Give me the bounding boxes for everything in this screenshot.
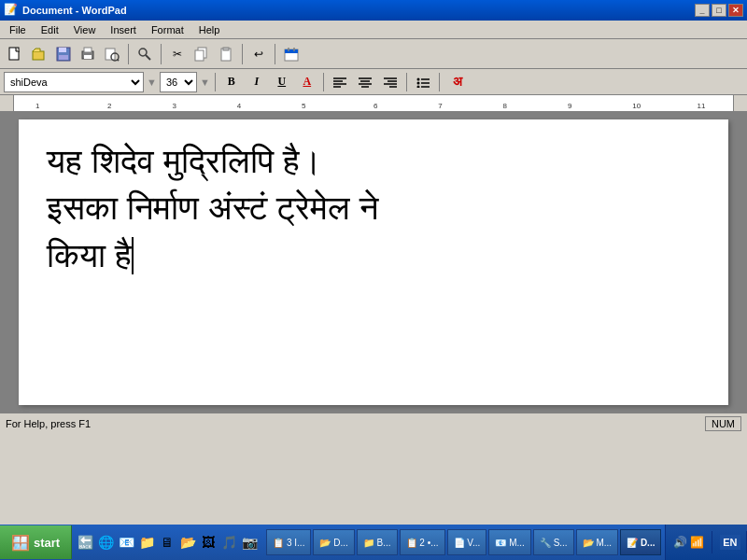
align-right-button[interactable] <box>379 72 402 92</box>
font-dropdown-icon: ▼ <box>147 77 157 88</box>
copy-button[interactable] <box>190 43 213 65</box>
app-icon: 📝 <box>4 3 19 18</box>
status-bar: For Help, press F1 NUM <box>0 413 747 433</box>
minimize-button[interactable]: _ <box>695 4 710 17</box>
align-center-button[interactable] <box>354 72 376 92</box>
menu-format[interactable]: Format <box>144 22 191 37</box>
system-tray: 🔊 📶 EN 1:24 PM Monday 10-Mar-03 <box>665 525 747 560</box>
quick-icon-1[interactable]: 🔙 <box>76 533 94 552</box>
taskbar-window-5[interactable]: 📄 V... <box>447 529 487 555</box>
svg-point-35 <box>416 81 419 84</box>
windows-logo: 🪟 <box>11 534 30 552</box>
font-select[interactable]: shiDeva <box>4 72 144 92</box>
taskbar-window-8[interactable]: 📂 M... <box>576 529 618 555</box>
save-button[interactable] <box>52 43 75 65</box>
language-indicator[interactable]: EN <box>720 535 740 550</box>
svg-point-33 <box>416 77 419 80</box>
menu-edit[interactable]: Edit <box>34 22 66 37</box>
toolbar-sep-4 <box>275 44 275 64</box>
svg-point-11 <box>139 49 147 56</box>
title-bar: 📝 Document - WordPad _ □ ✕ <box>0 0 747 21</box>
taskbar-window-2[interactable]: 📂 D... <box>313 529 354 555</box>
text-line-1: यह शिदेव मुद्रिलिपि है। <box>47 138 700 185</box>
toolbar-sep-2 <box>161 44 162 64</box>
maximize-button[interactable]: □ <box>712 4 726 17</box>
cut-button[interactable]: ✂ <box>166 43 189 65</box>
open-button[interactable] <box>28 43 50 65</box>
quick-icon-8[interactable]: 🎵 <box>219 533 238 552</box>
find-button[interactable] <box>134 43 156 65</box>
help-text: For Help, press F1 <box>6 418 91 429</box>
quick-icon-6[interactable]: 📂 <box>178 533 197 552</box>
underline-button[interactable]: U <box>271 72 293 92</box>
document-content[interactable]: यह शिदेव मुद्रिलिपि है। इसका निर्माण अंस… <box>47 138 700 279</box>
menu-file[interactable]: File <box>2 22 34 37</box>
list-button[interactable] <box>412 72 434 92</box>
tray-icons: 🔊 📶 <box>673 536 704 549</box>
window-controls: _ □ ✕ <box>695 4 743 17</box>
quick-icon-7[interactable]: 🖼 <box>199 533 218 552</box>
text-line-3: किया है <box>47 232 700 279</box>
menu-bar: File Edit View Insert Format Help <box>0 21 747 39</box>
toolbar-sep-3 <box>242 44 243 64</box>
ruler: 1 2 3 4 5 6 7 8 9 10 11 <box>0 95 747 112</box>
font-size-select[interactable]: 36 <box>160 72 197 92</box>
quick-icon-4[interactable]: 📁 <box>137 533 156 552</box>
quick-icon-2[interactable]: 🌐 <box>96 533 115 552</box>
svg-point-37 <box>416 85 419 88</box>
taskbar-window-3[interactable]: 📁 B... <box>357 529 398 555</box>
print-preview-button[interactable] <box>101 43 123 65</box>
color-button[interactable]: A <box>296 72 318 92</box>
svg-rect-6 <box>84 48 92 52</box>
tray-icon-1: 🔊 <box>673 536 687 549</box>
tray-separator <box>712 531 712 553</box>
num-indicator: NUM <box>705 416 741 431</box>
start-button[interactable]: 🪟 start <box>0 525 72 559</box>
format-sep-4 <box>439 73 440 91</box>
format-sep-1 <box>215 73 216 91</box>
svg-rect-4 <box>59 55 68 60</box>
svg-rect-14 <box>195 50 204 61</box>
date-button[interactable] <box>280 43 303 65</box>
taskbar: 🪟 start 🔙 🌐 📧 📁 🖥 📂 🖼 🎵 📷 📋 3 I... 📂 D..… <box>0 525 747 560</box>
text-line-2: इसका निर्माण अंस्टं ट्रेमेल ने <box>47 185 700 231</box>
size-dropdown-icon: ▼ <box>200 77 210 88</box>
svg-rect-18 <box>285 49 298 53</box>
toolbar: ✂ ↩ <box>0 39 747 69</box>
quick-icon-9[interactable]: 📷 <box>240 533 259 552</box>
taskbar-window-7[interactable]: 🔧 S... <box>533 529 574 555</box>
close-button[interactable]: ✕ <box>728 4 743 17</box>
italic-button[interactable]: I <box>246 72 268 92</box>
align-left-button[interactable] <box>329 72 351 92</box>
document-page[interactable]: यह शिदेव मुद्रिलिपि है। इसका निर्माण अंस… <box>19 119 728 405</box>
svg-rect-1 <box>33 51 44 60</box>
toolbar-sep-1 <box>128 44 129 64</box>
tray-icon-2: 📶 <box>690 536 704 549</box>
bold-button[interactable]: B <box>220 72 243 92</box>
quick-launch: 🔙 🌐 📧 📁 🖥 📂 🖼 🎵 📷 <box>72 533 262 552</box>
svg-rect-3 <box>59 48 66 52</box>
quick-icon-3[interactable]: 📧 <box>117 533 135 552</box>
taskbar-window-1[interactable]: 📋 3 I... <box>266 529 311 555</box>
taskbar-window-6[interactable]: 📧 M... <box>488 529 530 555</box>
svg-rect-7 <box>84 55 92 59</box>
menu-help[interactable]: Help <box>191 22 228 37</box>
menu-view[interactable]: View <box>66 22 104 37</box>
new-button[interactable] <box>4 43 26 65</box>
format-bar: shiDeva ▼ 36 ▼ B I U A अ <box>0 69 747 95</box>
format-sep-2 <box>323 73 324 91</box>
taskbar-items: 📋 3 I... 📂 D... 📁 B... 📋 2 •... 📄 V... 📧… <box>262 527 665 557</box>
taskbar-window-4[interactable]: 📋 2 •... <box>400 529 445 555</box>
svg-rect-16 <box>223 48 229 50</box>
special-button[interactable]: अ <box>444 72 471 92</box>
print-button[interactable] <box>77 43 99 65</box>
quick-icon-5[interactable]: 🖥 <box>158 533 176 552</box>
window-title: Document - WordPad <box>22 5 127 16</box>
undo-button[interactable]: ↩ <box>247 43 270 65</box>
menu-insert[interactable]: Insert <box>103 22 144 37</box>
paste-button[interactable] <box>215 43 237 65</box>
svg-line-12 <box>146 55 150 60</box>
text-cursor <box>132 237 134 274</box>
taskbar-window-active[interactable]: 📝 D... <box>620 529 661 555</box>
document-area[interactable]: यह शिदेव मुद्रिलिपि है। इसका निर्माण अंस… <box>0 112 747 413</box>
